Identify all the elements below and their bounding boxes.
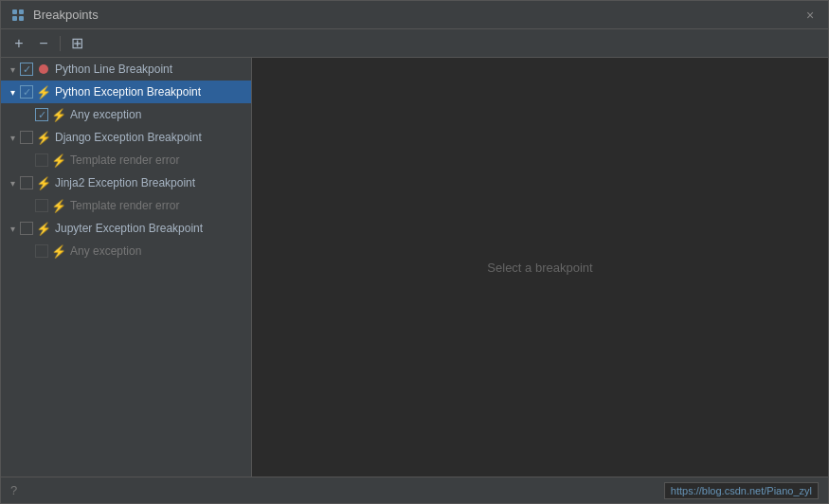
expand-arrow-django-template <box>20 153 35 168</box>
checkbox-python-any-exception[interactable] <box>35 108 48 121</box>
expand-arrow-jupyter-exception[interactable] <box>5 221 20 236</box>
tree-item-jinja2-template[interactable]: ⚡ Template render error <box>16 194 251 217</box>
bottom-link[interactable]: https://blog.csdn.net/Piano_zyl <box>664 482 819 499</box>
label-python-any-exception: Any exception <box>70 108 141 121</box>
help-button[interactable]: ? <box>10 483 17 497</box>
bottom-bar: ? https://blog.csdn.net/Piano_zyl <box>1 477 828 503</box>
toolbar: + − ⊞ <box>1 29 828 58</box>
expand-arrow-python-exception[interactable] <box>5 84 20 99</box>
expand-arrow-any-exception <box>20 107 35 122</box>
title-bar-left: Breakpoints <box>10 8 99 23</box>
title-bar: Breakpoints × <box>1 1 828 29</box>
lightning-icon-django-template: ⚡ <box>51 153 66 168</box>
svg-rect-0 <box>12 9 17 14</box>
label-django-template: Template render error <box>70 153 179 167</box>
remove-button[interactable]: − <box>33 33 54 54</box>
breakpoints-dialog: Breakpoints × + − ⊞ Python Line Breakpoi… <box>0 0 829 504</box>
tree-item-django-exception[interactable]: ⚡ Django Exception Breakpoint <box>1 126 251 149</box>
expand-arrow-jinja2-template <box>20 198 35 213</box>
tree-item-python-line[interactable]: Python Line Breakpoint <box>1 58 251 81</box>
lightning-icon-python-exception: ⚡ <box>36 84 51 99</box>
checkbox-jupyter-any-exception[interactable] <box>35 244 48 258</box>
app-icon <box>10 8 26 23</box>
checkbox-django-exception[interactable] <box>20 131 33 144</box>
expand-arrow-django-exception[interactable] <box>5 130 20 145</box>
tree-item-django-template[interactable]: ⚡ Template render error <box>16 149 251 171</box>
tree-item-python-any-exception[interactable]: ⚡ Any exception <box>16 103 251 126</box>
svg-rect-3 <box>19 16 24 21</box>
expand-arrow-jupyter-any-exception <box>20 243 35 259</box>
tree-item-python-exception[interactable]: ⚡ Python Exception Breakpoint <box>1 81 251 103</box>
checkbox-python-exception[interactable] <box>20 85 33 99</box>
select-hint: Select a breakpoint <box>487 261 592 275</box>
label-django-exception: Django Exception Breakpoint <box>55 131 202 144</box>
lightning-icon-jinja2-exception: ⚡ <box>36 175 51 190</box>
circle-icon <box>36 62 51 77</box>
lightning-icon-jinja2-template: ⚡ <box>51 198 66 213</box>
checkbox-python-line[interactable] <box>20 63 33 76</box>
toolbar-separator <box>60 36 61 51</box>
main-content: Python Line Breakpoint ⚡ Python Exceptio… <box>1 58 828 477</box>
label-jupyter-exception: Jupyter Exception Breakpoint <box>55 222 203 235</box>
label-python-line: Python Line Breakpoint <box>55 63 172 76</box>
expand-arrow-python-line[interactable] <box>5 62 20 77</box>
lightning-icon-jupyter-any-exception: ⚡ <box>51 243 66 259</box>
label-jinja2-template: Template render error <box>70 199 179 212</box>
checkbox-jinja2-exception[interactable] <box>20 176 33 189</box>
label-jupyter-any-exception: Any exception <box>70 244 141 258</box>
view-button[interactable]: ⊞ <box>66 33 87 54</box>
right-panel: Select a breakpoint <box>252 58 828 477</box>
lightning-icon-django-exception: ⚡ <box>36 130 51 145</box>
checkbox-jinja2-template[interactable] <box>35 199 48 212</box>
checkbox-jupyter-exception[interactable] <box>20 222 33 235</box>
add-button[interactable]: + <box>9 33 29 54</box>
svg-rect-2 <box>12 16 17 21</box>
tree-item-jupyter-exception[interactable]: ⚡ Jupyter Exception Breakpoint <box>1 217 251 240</box>
label-jinja2-exception: Jinja2 Exception Breakpoint <box>55 176 195 189</box>
window-title: Breakpoints <box>33 8 99 22</box>
svg-rect-1 <box>19 9 24 14</box>
label-python-exception: Python Exception Breakpoint <box>55 85 201 99</box>
tree-item-jupyter-any-exception[interactable]: ⚡ Any exception <box>16 240 251 262</box>
left-panel: Python Line Breakpoint ⚡ Python Exceptio… <box>1 58 252 477</box>
tree-item-jinja2-exception[interactable]: ⚡ Jinja2 Exception Breakpoint <box>1 171 251 194</box>
lightning-icon-any-exception: ⚡ <box>51 107 66 122</box>
close-button[interactable]: × <box>802 7 819 24</box>
checkbox-django-template[interactable] <box>35 153 48 167</box>
lightning-icon-jupyter-exception: ⚡ <box>36 221 51 236</box>
expand-arrow-jinja2-exception[interactable] <box>5 175 20 190</box>
